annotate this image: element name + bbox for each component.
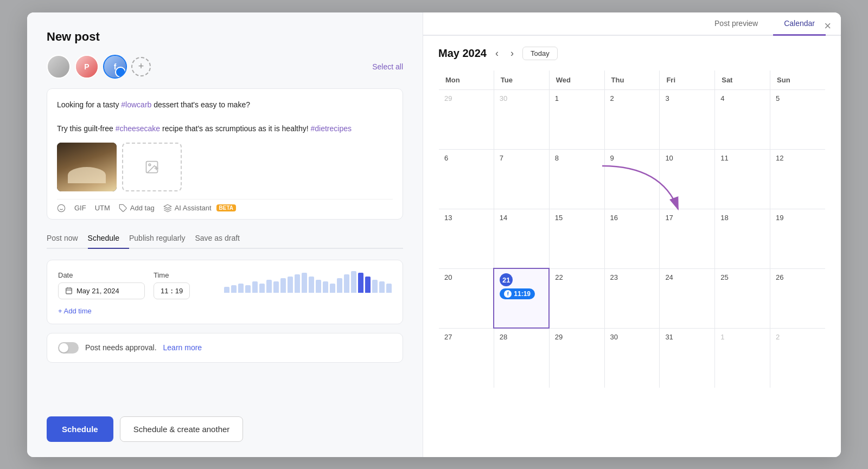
add-account-button[interactable]: + [131, 57, 151, 76]
tab-save-as-draft[interactable]: Save as draft [195, 228, 250, 249]
calendar-day-cell[interactable]: 31 [660, 328, 715, 388]
tab-calendar[interactable]: Calendar [773, 12, 826, 36]
calendar-day-cell[interactable]: 28 [494, 328, 549, 388]
gif-button[interactable]: GIF [74, 204, 86, 212]
calendar-day-cell[interactable]: 13 [439, 209, 494, 268]
right-panel: Post preview Calendar × May 2024 ‹ › Tod… [423, 12, 841, 457]
day-number: 2 [610, 94, 660, 102]
utm-button[interactable]: UTM [95, 204, 110, 212]
bar-chart-bar [280, 278, 286, 293]
approval-row: Post needs approval. Learn more [47, 333, 403, 363]
day-number: 24 [665, 273, 714, 281]
add-time-button[interactable]: + Add time [58, 307, 92, 315]
calendar-day-cell[interactable]: 7 [494, 149, 549, 209]
calendar-day-cell[interactable]: 14 [494, 209, 549, 268]
bar-chart-bar [316, 280, 321, 293]
day-number: 27 [444, 333, 494, 341]
calendar-day-cell[interactable]: 5 [770, 89, 826, 149]
tab-post-now[interactable]: Post now [47, 228, 88, 249]
bar-chart-bar [365, 277, 371, 293]
day-number: 17 [665, 214, 714, 222]
add-tag-button[interactable]: Add tag [119, 204, 155, 213]
day-number: 26 [776, 273, 825, 281]
bar-chart-bar [351, 271, 356, 293]
day-number: 28 [500, 333, 549, 341]
account-avatar-3[interactable]: f ✓ [103, 55, 127, 79]
calendar-day-cell[interactable]: 6 [439, 149, 494, 209]
calendar-day-cell[interactable]: 8 [549, 149, 604, 209]
schedule-create-another-button[interactable]: Schedule & create another [120, 416, 244, 442]
schedule-button[interactable]: Schedule [47, 416, 113, 442]
post-text: Looking for a tasty #lowcarb dessert tha… [57, 99, 393, 135]
day-number: 7 [500, 154, 549, 162]
bar-chart-bar [358, 273, 363, 293]
calendar-day-cell[interactable]: 25 [715, 268, 770, 328]
event-badge[interactable]: f 11:19 [500, 288, 535, 299]
calendar-day-cell[interactable]: 30 [494, 89, 549, 149]
day-number: 16 [610, 214, 660, 222]
day-number: 18 [720, 214, 770, 222]
calendar-day-cell[interactable]: 21 f 11:19 [494, 268, 549, 328]
time-input[interactable]: 11 : 19 [154, 282, 190, 299]
calendar-day-cell[interactable]: 24 [660, 268, 715, 328]
calendar-day-cell[interactable]: 26 [770, 268, 826, 328]
tab-publish-regularly[interactable]: Publish regularly [129, 228, 195, 249]
add-image-placeholder[interactable] [122, 143, 182, 191]
bar-chart-bar [309, 277, 314, 293]
day-number: 29 [555, 333, 604, 341]
day-number: 29 [444, 94, 494, 102]
calendar-day-cell[interactable]: 19 [770, 209, 826, 268]
calendar-day-cell[interactable]: 16 [604, 209, 660, 268]
calendar-day-cell[interactable]: 3 [660, 89, 715, 149]
calendar-day-cell[interactable]: 1 [549, 89, 604, 149]
calendar-day-cell[interactable]: 12 [770, 149, 826, 209]
tab-schedule[interactable]: Schedule [88, 228, 129, 249]
bar-chart-bar [323, 281, 328, 292]
day-number: 10 [665, 154, 714, 162]
calendar-weekday-header: Thu [604, 70, 660, 89]
calendar-day-cell[interactable]: 2 [770, 328, 826, 388]
learn-more-link[interactable]: Learn more [163, 343, 202, 352]
calendar-day-cell[interactable]: 23 [604, 268, 660, 328]
calendar-day-cell[interactable]: 29 [549, 328, 604, 388]
day-number: 1 [555, 94, 604, 102]
approval-toggle[interactable] [58, 342, 79, 354]
calendar-day-cell[interactable]: 2 [604, 89, 660, 149]
calendar-day-cell[interactable]: 20 [439, 268, 494, 328]
account-avatar-2[interactable]: P [75, 55, 99, 79]
close-button[interactable]: × [824, 20, 831, 32]
calendar-day-cell[interactable]: 22 [549, 268, 604, 328]
post-image-1[interactable] [57, 143, 117, 191]
calendar-next-button[interactable]: › [507, 47, 517, 60]
hashtag-lowcarb: #lowcarb [121, 100, 151, 109]
today-circle: 21 [500, 273, 513, 286]
calendar-day-cell[interactable]: 4 [715, 89, 770, 149]
calendar-day-cell[interactable]: 11 [715, 149, 770, 209]
calendar-weekday-header: Tue [494, 70, 549, 89]
date-input[interactable]: May 21, 2024 [58, 282, 145, 299]
calendar-day-cell[interactable]: 18 [715, 209, 770, 268]
calendar-weekday-header: Mon [439, 70, 494, 89]
tab-post-preview[interactable]: Post preview [704, 12, 769, 36]
calendar-table: MonTueWedThuFriSatSun 293012345678910111… [438, 70, 826, 388]
day-number: 25 [720, 273, 770, 281]
calendar-day-cell[interactable]: 27 [439, 328, 494, 388]
emoji-button[interactable] [57, 204, 66, 213]
calendar-day-cell[interactable]: 9 [604, 149, 660, 209]
select-all-button[interactable]: Select all [372, 62, 403, 71]
facebook-icon: f [504, 290, 512, 298]
calendar-day-cell[interactable]: 30 [604, 328, 660, 388]
calendar-day-cell[interactable]: 1 [715, 328, 770, 388]
hashtag-cheesecake: #cheesecake [116, 124, 161, 133]
calendar-day-cell[interactable]: 15 [549, 209, 604, 268]
day-number: 30 [500, 94, 549, 102]
ai-assistant-button[interactable]: AI Assistant beta [163, 204, 236, 213]
modal: New post P f [27, 12, 841, 457]
calendar-day-cell[interactable]: 17 [660, 209, 715, 268]
account-avatar-1[interactable] [47, 55, 71, 79]
calendar-day-cell[interactable]: 10 [660, 149, 715, 209]
right-tabs-container: Post preview Calendar [438, 12, 826, 35]
calendar-prev-button[interactable]: ‹ [492, 47, 502, 60]
calendar-day-cell[interactable]: 29 [439, 89, 494, 149]
calendar-today-button[interactable]: Today [522, 47, 558, 60]
